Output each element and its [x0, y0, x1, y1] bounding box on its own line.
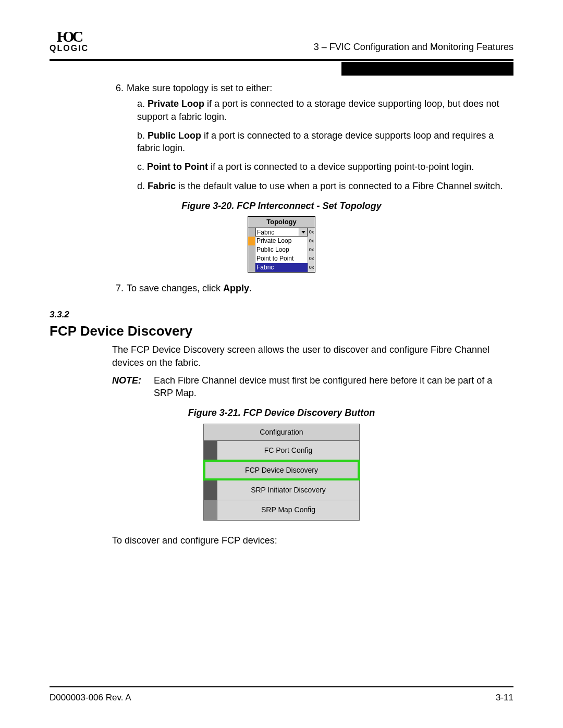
step-7: 7. To save changes, click Apply. [112, 282, 508, 294]
hex-chip: 0x [308, 245, 315, 254]
step-6b: b. Public Loop if a port is connected to… [137, 129, 508, 155]
step-6: 6. Make sure topology is set to either: … [112, 82, 508, 192]
step-6d-term: Fabric [148, 181, 176, 191]
closing-text: To discover and configure FCP devices: [112, 534, 508, 547]
step-7-number: 7. [112, 282, 127, 294]
figure-3-21-caption: Figure 3-21. FCP Device Discovery Button [50, 406, 513, 419]
step-6c: c. Point to Point if a port is connected… [137, 161, 508, 173]
config-item-srp-map[interactable]: SRP Map Config [204, 500, 359, 520]
config-tab-icon [204, 500, 217, 520]
config-tab-icon [204, 480, 217, 500]
step-6d: d. Fabric is the default value to use wh… [137, 180, 508, 192]
status-swatch-icon [248, 237, 255, 245]
page-number: 3-11 [496, 693, 513, 703]
step-7-text-after: . [249, 283, 252, 293]
header-black-tab [341, 62, 513, 76]
step-6c-letter: c. [137, 162, 144, 172]
header-rule [50, 59, 513, 61]
note-block: NOTE: Each Fibre Channel device must fir… [112, 374, 508, 400]
note-text: Each Fibre Channel device must first be … [154, 374, 508, 400]
config-item-fcp-device-discovery[interactable]: FCP Device Discovery [204, 461, 359, 480]
hex-chip: 0x [308, 228, 315, 237]
topology-select-row[interactable]: Fabric 0x [248, 228, 315, 237]
topology-option-label: Public Loop [255, 245, 308, 254]
config-item-label: SRP Initiator Discovery [217, 480, 359, 500]
logo-text: QLOGIC [50, 44, 89, 53]
chapter-title: 3 – FVIC Configuration and Monitoring Fe… [314, 42, 513, 53]
logo-mark-icon: ЮС [57, 29, 81, 44]
section-intro: The FCP Device Discovery screen allows t… [112, 343, 508, 369]
step-6a: a. Private Loop if a port is connected t… [137, 97, 508, 123]
topology-option-fabric[interactable]: Fabric 0x [248, 263, 315, 272]
step-7-text-before: To save changes, click [127, 283, 223, 293]
config-item-srp-initiator[interactable]: SRP Initiator Discovery [204, 480, 359, 500]
step-6-number: 6. [112, 82, 127, 94]
step-6d-rest: is the default value to use when a port … [176, 181, 503, 191]
note-label: NOTE: [112, 374, 154, 400]
config-item-label: FC Port Config [217, 441, 359, 460]
hex-chip: 0x [308, 263, 315, 272]
section-number: 3.3.2 [50, 309, 513, 321]
step-6b-term: Public Loop [148, 130, 201, 141]
topology-option-label: Private Loop [255, 237, 308, 245]
section-title: FCP Device Discovery [50, 322, 513, 340]
figure-3-20: Topology Fabric 0x Private Loop 0x [50, 216, 513, 273]
status-swatch-icon [248, 263, 255, 272]
apply-label: Apply [223, 283, 249, 293]
qlogic-logo: ЮС QLOGIC [50, 29, 89, 53]
config-item-fc-port[interactable]: FC Port Config [204, 441, 359, 461]
step-6d-letter: d. [137, 181, 145, 191]
footer-rule [50, 686, 513, 687]
chevron-down-icon[interactable] [299, 228, 308, 237]
step-6a-letter: a. [137, 98, 145, 109]
figure-3-21: Configuration FC Port Config FCP Device … [50, 424, 513, 521]
step-7-text: To save changes, click Apply. [127, 282, 252, 294]
status-swatch-icon [248, 254, 255, 263]
topology-option-label: Fabric [255, 263, 308, 272]
status-swatch-icon [248, 245, 255, 254]
topology-option-private-loop[interactable]: Private Loop 0x [248, 237, 315, 245]
page-header: ЮС QLOGIC 3 – FVIC Configuration and Mon… [50, 29, 513, 59]
hex-chip: 0x [308, 237, 315, 245]
topology-option-public-loop[interactable]: Public Loop 0x [248, 245, 315, 254]
topology-select-value: Fabric [255, 228, 299, 237]
step-6c-term: Point to Point [147, 162, 208, 172]
step-6-text: Make sure topology is set to either: [127, 82, 272, 94]
figure-3-20-caption: Figure 3-20. FCP Interconnect - Set Topo… [50, 200, 513, 212]
doc-revision: D000003-006 Rev. A [50, 693, 131, 703]
topology-option-label: Point to Point [255, 254, 308, 263]
step-6c-rest: if a port is connected to a device suppo… [208, 162, 474, 172]
status-swatch-icon [248, 228, 255, 237]
topology-column-header: Topology [248, 217, 315, 228]
topology-option-point-to-point[interactable]: Point to Point 0x [248, 254, 315, 263]
step-6a-term: Private Loop [148, 98, 204, 109]
config-item-label: SRP Map Config [217, 500, 359, 520]
configuration-panel-header: Configuration [204, 424, 359, 441]
hex-chip: 0x [308, 254, 315, 263]
page-footer: D000003-006 Rev. A 3-11 [50, 693, 513, 703]
config-tab-icon [204, 441, 217, 460]
config-item-label: FCP Device Discovery [204, 461, 359, 480]
step-6b-letter: b. [137, 130, 145, 141]
